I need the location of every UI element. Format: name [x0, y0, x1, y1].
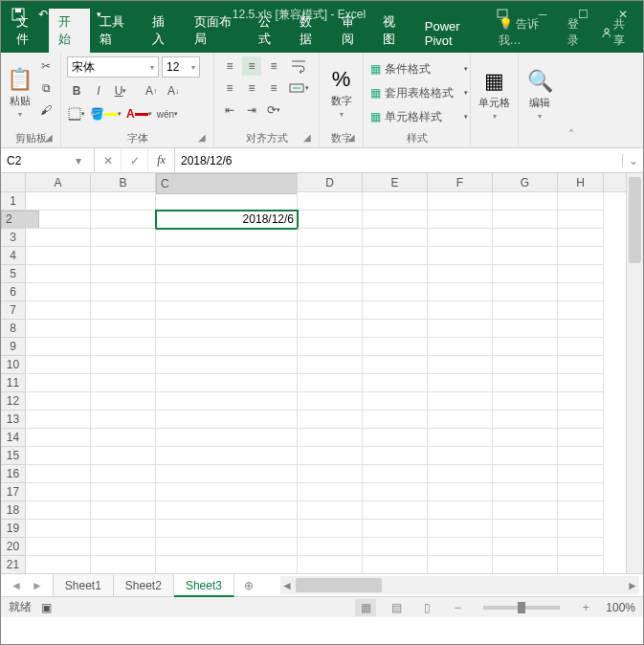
cell-H15[interactable] [558, 447, 604, 465]
cell-B20[interactable] [91, 538, 156, 556]
align-mid-icon[interactable]: ≡ [242, 56, 261, 76]
cell-B10[interactable] [91, 356, 156, 374]
font-launcher[interactable]: ◢ [198, 132, 211, 145]
cell-A2[interactable] [26, 211, 91, 229]
view-normal-icon[interactable]: ▦ [355, 599, 376, 616]
col-header-G[interactable]: G [493, 173, 558, 191]
cell-A11[interactable] [26, 374, 91, 392]
wrap-text-icon[interactable] [287, 56, 310, 76]
cell-H2[interactable] [558, 211, 604, 229]
border-button[interactable]: ▾ [67, 104, 86, 123]
cell-D4[interactable] [298, 247, 363, 265]
cell-F14[interactable] [428, 429, 493, 447]
cell-C20[interactable] [156, 538, 298, 556]
zoom-level[interactable]: 100% [606, 601, 635, 614]
cell-A13[interactable] [26, 411, 91, 429]
cell-D8[interactable] [298, 320, 363, 338]
align-right-icon[interactable]: ≡ [264, 78, 283, 98]
tab-Power Pivot[interactable]: Power Pivot [415, 14, 495, 53]
collapse-ribbon-icon[interactable]: ˄ [561, 53, 582, 147]
cell-E9[interactable] [363, 338, 428, 356]
row-header-4[interactable]: 4 [1, 247, 25, 265]
cell-E11[interactable] [363, 374, 428, 392]
cell-D15[interactable] [298, 447, 363, 465]
cell-D3[interactable] [298, 229, 363, 247]
cell-D19[interactable] [298, 520, 363, 538]
row-header-18[interactable]: 18 [1, 501, 25, 520]
sheet-tab-Sheet3[interactable]: Sheet3 [174, 574, 234, 597]
align-launcher[interactable]: ◢ [303, 132, 317, 145]
conditional-format-button[interactable]: ▦条件格式 ▾ [369, 59, 469, 78]
cell-D11[interactable] [298, 374, 363, 392]
fill-color-button[interactable]: 🪣▾ [89, 104, 122, 123]
cell-F18[interactable] [428, 501, 493, 520]
cell-F10[interactable] [428, 356, 493, 374]
cell-A21[interactable] [26, 556, 91, 573]
cell-B5[interactable] [91, 265, 156, 283]
cell-G11[interactable] [493, 374, 558, 392]
new-sheet-button[interactable]: ⊕ [234, 574, 263, 596]
sheet-tab-Sheet1[interactable]: Sheet1 [53, 574, 114, 596]
cell-E7[interactable] [363, 301, 428, 320]
cut-icon[interactable]: ✂ [36, 56, 56, 76]
cell-D6[interactable] [298, 283, 363, 301]
cell-G19[interactable] [493, 520, 558, 538]
fx-icon[interactable]: fx [148, 148, 175, 172]
col-header-F[interactable]: F [428, 173, 493, 191]
cell-F12[interactable] [428, 392, 493, 411]
cell-F19[interactable] [428, 520, 493, 538]
number-launcher[interactable]: ◢ [347, 132, 361, 145]
cell-F8[interactable] [428, 320, 493, 338]
row-header-3[interactable]: 3 [1, 229, 25, 247]
cell-C1[interactable] [156, 192, 298, 211]
cell-E13[interactable] [363, 411, 428, 429]
cell-E21[interactable] [363, 556, 428, 573]
tab-审阅[interactable]: 审阅 [332, 9, 374, 53]
row-header-7[interactable]: 7 [1, 301, 25, 320]
cell-E8[interactable] [363, 320, 428, 338]
col-header-D[interactable]: D [298, 173, 363, 191]
cell-D5[interactable] [298, 265, 363, 283]
font-color-button[interactable]: A▾ [125, 104, 153, 123]
cell-D13[interactable] [298, 411, 363, 429]
cell-E2[interactable] [363, 211, 428, 229]
cell-B14[interactable] [91, 429, 156, 447]
cell-E15[interactable] [363, 447, 428, 465]
cell-A18[interactable] [26, 501, 91, 520]
cell-G2[interactable] [493, 211, 558, 229]
col-header-E[interactable]: E [363, 173, 428, 191]
cell-H16[interactable] [558, 465, 604, 483]
zoom-in-button[interactable]: + [575, 599, 596, 616]
expand-formula-icon[interactable]: ⌄ [622, 154, 643, 167]
share-button[interactable]: 共享 [597, 12, 637, 53]
tab-页面布局[interactable]: 页面布局 [185, 9, 249, 53]
tab-视图[interactable]: 视图 [373, 9, 415, 53]
cell-A3[interactable] [26, 229, 91, 247]
row-header-14[interactable]: 14 [1, 429, 25, 447]
cell-F20[interactable] [428, 538, 493, 556]
cell-E1[interactable] [363, 192, 428, 211]
cell-G3[interactable] [493, 229, 558, 247]
col-header-C[interactable]: C [156, 173, 298, 194]
row-header-20[interactable]: 20 [1, 538, 25, 556]
cell-C15[interactable] [156, 447, 298, 465]
shrink-font-icon[interactable]: A↓ [164, 81, 183, 100]
cell-B6[interactable] [91, 283, 156, 301]
horizontal-scrollbar[interactable]: ◄ ► [280, 576, 639, 594]
row-header-9[interactable]: 9 [1, 338, 25, 356]
cell-C12[interactable] [156, 392, 298, 411]
cell-H7[interactable] [558, 301, 604, 320]
row-header-10[interactable]: 10 [1, 356, 25, 374]
cell-A14[interactable] [26, 429, 91, 447]
cell-B13[interactable] [91, 411, 156, 429]
cell-E5[interactable] [363, 265, 428, 283]
cell-G18[interactable] [493, 501, 558, 520]
row-header-13[interactable]: 13 [1, 411, 25, 429]
cell-D16[interactable] [298, 465, 363, 483]
cell-B4[interactable] [91, 247, 156, 265]
row-header-6[interactable]: 6 [1, 283, 25, 301]
cell-G17[interactable] [493, 483, 558, 501]
cell-A15[interactable] [26, 447, 91, 465]
cell-H17[interactable] [558, 483, 604, 501]
grow-font-icon[interactable]: A↑ [142, 81, 161, 100]
